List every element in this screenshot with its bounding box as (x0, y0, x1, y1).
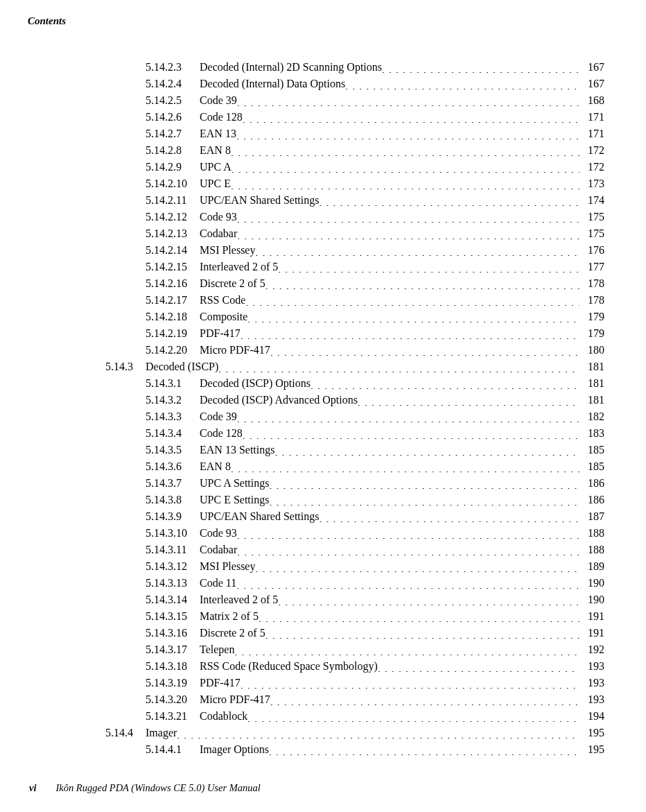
toc-entry: 5.14.3.6EAN 8185 (146, 458, 604, 475)
toc-entry: 5.14.2.16Discrete 2 of 5178 (146, 275, 604, 292)
toc-title: Codabar (200, 225, 237, 242)
toc-title: Discrete 2 of 5 (200, 625, 265, 641)
toc-page-number: 181 (579, 392, 604, 408)
toc-leader-dots (243, 428, 579, 439)
toc-title: Decoded (ISCP) (146, 359, 218, 375)
toc-page-number: 191 (579, 608, 604, 625)
toc-leader-dots (245, 295, 579, 306)
toc-entry: 5.14.2.18Composite179 (146, 309, 604, 325)
toc-entry: 5.14.2.8EAN 8172 (146, 142, 604, 159)
toc-leader-dots (237, 411, 579, 422)
toc-subsection-number: 5.14.3.11 (146, 542, 200, 558)
toc-leader-dots (358, 395, 579, 406)
toc-title: Interleaved 2 of 5 (200, 591, 278, 608)
toc-subsection-number: 5.14.2.3 (146, 59, 200, 76)
toc-page-number: 172 (579, 159, 604, 175)
toc-leader-dots (247, 711, 579, 722)
toc-leader-dots (259, 611, 579, 622)
toc-title: Micro PDF-417 (200, 342, 270, 359)
toc-subsection-number: 5.14.3.16 (146, 625, 200, 641)
footer-manual-title: Ikôn Rugged PDA (Windows CE 5.0) User Ma… (55, 782, 260, 793)
page: Contents 5.14.2.3Decoded (Internal) 2D S… (0, 0, 646, 812)
toc-page-number: 190 (579, 591, 604, 608)
toc-leader-dots (274, 444, 579, 456)
toc-entry: 5.14.3.17Telepen192 (146, 641, 604, 658)
toc-page-number: 193 (579, 675, 604, 691)
page-footer: viIkôn Rugged PDA (Windows CE 5.0) User … (29, 782, 261, 794)
toc-entry: 5.14.3.15Matrix 2 of 5191 (146, 608, 604, 625)
toc-page-number: 188 (579, 542, 604, 558)
toc-title: Decoded (Internal) 2D Scanning Options (200, 59, 382, 76)
toc-entry: 5.14.3.18RSS Code (Reduced Space Symbolo… (146, 658, 604, 675)
toc-entry: 5.14.2.9UPC A172 (146, 159, 604, 175)
toc-entry: 5.14.3.16Discrete 2 of 5191 (146, 625, 604, 641)
toc-entry: 5.14.3.3Code 39182 (146, 408, 604, 425)
toc-page-number: 178 (579, 275, 604, 292)
toc-page-number: 167 (579, 76, 604, 92)
toc-title: RSS Code (200, 292, 245, 309)
toc-entry: 5.14.3.11Codabar188 (146, 542, 604, 558)
toc-page-number: 185 (579, 458, 604, 475)
toc-entry: 5.14.2.14MSI Plessey176 (146, 242, 604, 259)
toc-entry: 5.14.3.13Code 11190 (146, 575, 604, 591)
toc-entry: 5.14.2.7EAN 13171 (146, 126, 604, 142)
toc-entry: 5.14.2.19PDF-417179 (146, 325, 604, 342)
toc-entry: 5.14.2.3Decoded (Internal) 2D Scanning O… (146, 59, 604, 76)
toc-subsection-number: 5.14.2.4 (146, 76, 200, 92)
toc-leader-dots (255, 245, 579, 256)
toc-page-number: 178 (579, 292, 604, 309)
toc-leader-dots (382, 62, 579, 73)
toc-title: Code 39 (200, 408, 237, 425)
toc-title: Interleaved 2 of 5 (200, 259, 278, 275)
toc-leader-dots (319, 511, 579, 522)
toc-page-number: 190 (579, 575, 604, 591)
toc-page-number: 185 (579, 442, 604, 458)
toc-title: EAN 8 (200, 458, 231, 475)
toc-leader-dots (269, 744, 579, 755)
table-of-contents: 5.14.2.3Decoded (Internal) 2D Scanning O… (146, 59, 604, 758)
toc-leader-dots (243, 112, 579, 123)
toc-leader-dots (236, 128, 579, 139)
toc-leader-dots (270, 345, 579, 356)
toc-subsection-number: 5.14.2.17 (146, 292, 200, 309)
toc-title: Codabar (200, 542, 237, 558)
toc-leader-dots (255, 561, 579, 572)
toc-subsection-number: 5.14.2.13 (146, 225, 200, 242)
toc-entry: 5.14.4Imager195 (105, 725, 604, 741)
toc-leader-dots (247, 311, 579, 322)
toc-leader-dots (177, 727, 579, 738)
toc-title: Micro PDF-417 (200, 691, 270, 708)
toc-leader-dots (237, 211, 579, 223)
toc-subsection-number: 5.14.3.19 (146, 675, 200, 691)
toc-subsection-number: 5.14.3.3 (146, 408, 200, 425)
toc-entry: 5.14.3.9UPC/EAN Shared Settings187 (146, 508, 604, 525)
toc-leader-dots (218, 361, 579, 372)
toc-subsection-number: 5.14.3.21 (146, 708, 200, 725)
toc-leader-dots (345, 78, 579, 89)
toc-subsection-number: 5.14.2.19 (146, 325, 200, 342)
toc-subsection-number: 5.14.3.6 (146, 458, 200, 475)
toc-entry: 5.14.2.10UPC E173 (146, 175, 604, 192)
toc-page-number: 193 (579, 691, 604, 708)
toc-title: Matrix 2 of 5 (200, 608, 259, 625)
toc-leader-dots (237, 95, 579, 106)
toc-entry: 5.14.3.4Code 128183 (146, 425, 604, 442)
toc-leader-dots (311, 378, 579, 389)
toc-title: RSS Code (Reduced Space Symbology) (200, 658, 378, 675)
toc-entry: 5.14.3.2Decoded (ISCP) Advanced Options1… (146, 392, 604, 408)
toc-leader-dots (319, 195, 579, 206)
toc-leader-dots (378, 661, 579, 672)
toc-entry: 5.14.3.7UPC A Settings186 (146, 475, 604, 492)
toc-page-number: 194 (579, 708, 604, 725)
toc-page-number: 176 (579, 242, 604, 259)
toc-page-number: 183 (579, 425, 604, 442)
toc-subsection-number: 5.14.3.14 (146, 591, 200, 608)
toc-page-number: 186 (579, 475, 604, 492)
toc-title: EAN 13 Settings (200, 442, 274, 458)
toc-subsection-number: 5.14.3.7 (146, 475, 200, 492)
toc-leader-dots (278, 261, 579, 273)
toc-subsection-number: 5.14.2.20 (146, 342, 200, 359)
toc-subsection-number: 5.14.3.1 (146, 375, 200, 392)
toc-subsection-number: 5.14.2.9 (146, 159, 200, 175)
toc-subsection-number: 5.14.3.5 (146, 442, 200, 458)
